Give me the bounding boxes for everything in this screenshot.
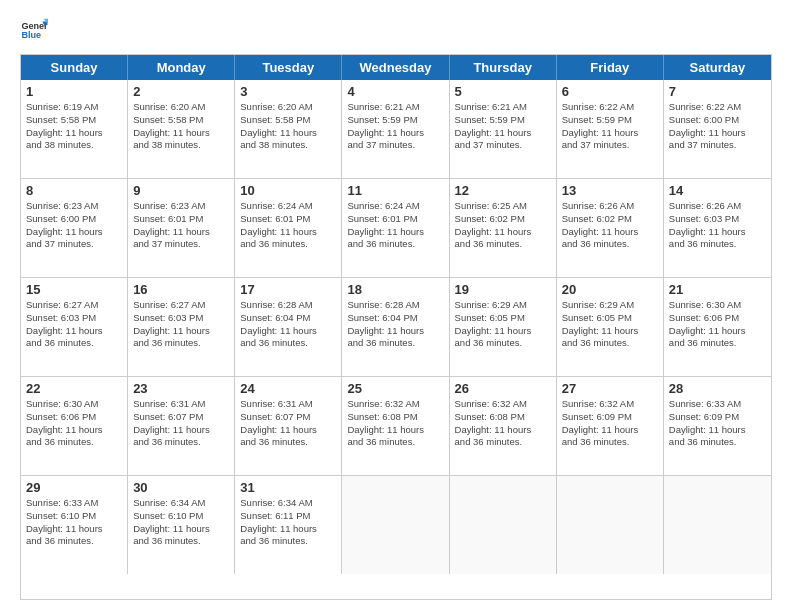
calendar-week-3: 15Sunrise: 6:27 AM Sunset: 6:03 PM Dayli… xyxy=(21,278,771,377)
day-number: 21 xyxy=(669,282,766,297)
day-info: Sunrise: 6:20 AM Sunset: 5:58 PM Dayligh… xyxy=(240,101,336,152)
day-number: 15 xyxy=(26,282,122,297)
day-number: 31 xyxy=(240,480,336,495)
calendar-page: General Blue SundayMondayTuesdayWednesda… xyxy=(0,0,792,612)
day-number: 11 xyxy=(347,183,443,198)
calendar-week-1: 1Sunrise: 6:19 AM Sunset: 5:58 PM Daylig… xyxy=(21,80,771,179)
day-number: 20 xyxy=(562,282,658,297)
day-number: 7 xyxy=(669,84,766,99)
calendar-cell: 8Sunrise: 6:23 AM Sunset: 6:00 PM Daylig… xyxy=(21,179,128,277)
day-info: Sunrise: 6:27 AM Sunset: 6:03 PM Dayligh… xyxy=(133,299,229,350)
svg-text:Blue: Blue xyxy=(21,30,41,40)
calendar-cell xyxy=(664,476,771,574)
calendar-cell: 3Sunrise: 6:20 AM Sunset: 5:58 PM Daylig… xyxy=(235,80,342,178)
day-info: Sunrise: 6:28 AM Sunset: 6:04 PM Dayligh… xyxy=(347,299,443,350)
day-info: Sunrise: 6:32 AM Sunset: 6:08 PM Dayligh… xyxy=(347,398,443,449)
calendar-body: 1Sunrise: 6:19 AM Sunset: 5:58 PM Daylig… xyxy=(21,80,771,574)
calendar-cell: 28Sunrise: 6:33 AM Sunset: 6:09 PM Dayli… xyxy=(664,377,771,475)
header-day-monday: Monday xyxy=(128,55,235,80)
calendar-cell: 2Sunrise: 6:20 AM Sunset: 5:58 PM Daylig… xyxy=(128,80,235,178)
calendar-cell: 23Sunrise: 6:31 AM Sunset: 6:07 PM Dayli… xyxy=(128,377,235,475)
calendar-cell: 18Sunrise: 6:28 AM Sunset: 6:04 PM Dayli… xyxy=(342,278,449,376)
day-number: 8 xyxy=(26,183,122,198)
day-info: Sunrise: 6:34 AM Sunset: 6:11 PM Dayligh… xyxy=(240,497,336,548)
day-number: 30 xyxy=(133,480,229,495)
day-number: 25 xyxy=(347,381,443,396)
calendar-cell: 13Sunrise: 6:26 AM Sunset: 6:02 PM Dayli… xyxy=(557,179,664,277)
day-info: Sunrise: 6:30 AM Sunset: 6:06 PM Dayligh… xyxy=(669,299,766,350)
logo-icon: General Blue xyxy=(20,16,48,44)
calendar-week-2: 8Sunrise: 6:23 AM Sunset: 6:00 PM Daylig… xyxy=(21,179,771,278)
day-info: Sunrise: 6:31 AM Sunset: 6:07 PM Dayligh… xyxy=(133,398,229,449)
calendar-cell: 19Sunrise: 6:29 AM Sunset: 6:05 PM Dayli… xyxy=(450,278,557,376)
header: General Blue xyxy=(20,16,772,44)
day-number: 12 xyxy=(455,183,551,198)
day-info: Sunrise: 6:20 AM Sunset: 5:58 PM Dayligh… xyxy=(133,101,229,152)
calendar-cell: 26Sunrise: 6:32 AM Sunset: 6:08 PM Dayli… xyxy=(450,377,557,475)
day-number: 24 xyxy=(240,381,336,396)
day-info: Sunrise: 6:24 AM Sunset: 6:01 PM Dayligh… xyxy=(240,200,336,251)
day-info: Sunrise: 6:26 AM Sunset: 6:03 PM Dayligh… xyxy=(669,200,766,251)
calendar-cell: 9Sunrise: 6:23 AM Sunset: 6:01 PM Daylig… xyxy=(128,179,235,277)
day-number: 27 xyxy=(562,381,658,396)
header-day-wednesday: Wednesday xyxy=(342,55,449,80)
day-number: 10 xyxy=(240,183,336,198)
logo: General Blue xyxy=(20,16,48,44)
calendar-cell: 20Sunrise: 6:29 AM Sunset: 6:05 PM Dayli… xyxy=(557,278,664,376)
calendar-cell: 4Sunrise: 6:21 AM Sunset: 5:59 PM Daylig… xyxy=(342,80,449,178)
day-info: Sunrise: 6:30 AM Sunset: 6:06 PM Dayligh… xyxy=(26,398,122,449)
calendar-cell: 17Sunrise: 6:28 AM Sunset: 6:04 PM Dayli… xyxy=(235,278,342,376)
calendar-cell: 22Sunrise: 6:30 AM Sunset: 6:06 PM Dayli… xyxy=(21,377,128,475)
day-info: Sunrise: 6:22 AM Sunset: 5:59 PM Dayligh… xyxy=(562,101,658,152)
calendar: SundayMondayTuesdayWednesdayThursdayFrid… xyxy=(20,54,772,600)
day-number: 3 xyxy=(240,84,336,99)
day-number: 18 xyxy=(347,282,443,297)
day-info: Sunrise: 6:33 AM Sunset: 6:10 PM Dayligh… xyxy=(26,497,122,548)
day-number: 2 xyxy=(133,84,229,99)
calendar-header: SundayMondayTuesdayWednesdayThursdayFrid… xyxy=(21,55,771,80)
day-info: Sunrise: 6:22 AM Sunset: 6:00 PM Dayligh… xyxy=(669,101,766,152)
day-number: 19 xyxy=(455,282,551,297)
day-number: 17 xyxy=(240,282,336,297)
day-info: Sunrise: 6:33 AM Sunset: 6:09 PM Dayligh… xyxy=(669,398,766,449)
calendar-cell: 11Sunrise: 6:24 AM Sunset: 6:01 PM Dayli… xyxy=(342,179,449,277)
day-number: 16 xyxy=(133,282,229,297)
day-number: 5 xyxy=(455,84,551,99)
day-number: 6 xyxy=(562,84,658,99)
calendar-cell: 14Sunrise: 6:26 AM Sunset: 6:03 PM Dayli… xyxy=(664,179,771,277)
day-info: Sunrise: 6:25 AM Sunset: 6:02 PM Dayligh… xyxy=(455,200,551,251)
day-number: 4 xyxy=(347,84,443,99)
day-info: Sunrise: 6:31 AM Sunset: 6:07 PM Dayligh… xyxy=(240,398,336,449)
calendar-cell: 29Sunrise: 6:33 AM Sunset: 6:10 PM Dayli… xyxy=(21,476,128,574)
calendar-cell: 10Sunrise: 6:24 AM Sunset: 6:01 PM Dayli… xyxy=(235,179,342,277)
calendar-week-4: 22Sunrise: 6:30 AM Sunset: 6:06 PM Dayli… xyxy=(21,377,771,476)
day-number: 9 xyxy=(133,183,229,198)
calendar-cell xyxy=(342,476,449,574)
day-number: 26 xyxy=(455,381,551,396)
calendar-cell: 30Sunrise: 6:34 AM Sunset: 6:10 PM Dayli… xyxy=(128,476,235,574)
day-info: Sunrise: 6:19 AM Sunset: 5:58 PM Dayligh… xyxy=(26,101,122,152)
day-info: Sunrise: 6:29 AM Sunset: 6:05 PM Dayligh… xyxy=(562,299,658,350)
header-day-tuesday: Tuesday xyxy=(235,55,342,80)
day-info: Sunrise: 6:21 AM Sunset: 5:59 PM Dayligh… xyxy=(347,101,443,152)
day-info: Sunrise: 6:24 AM Sunset: 6:01 PM Dayligh… xyxy=(347,200,443,251)
calendar-cell: 1Sunrise: 6:19 AM Sunset: 5:58 PM Daylig… xyxy=(21,80,128,178)
day-number: 29 xyxy=(26,480,122,495)
calendar-cell: 16Sunrise: 6:27 AM Sunset: 6:03 PM Dayli… xyxy=(128,278,235,376)
calendar-cell: 21Sunrise: 6:30 AM Sunset: 6:06 PM Dayli… xyxy=(664,278,771,376)
calendar-cell: 7Sunrise: 6:22 AM Sunset: 6:00 PM Daylig… xyxy=(664,80,771,178)
day-info: Sunrise: 6:32 AM Sunset: 6:08 PM Dayligh… xyxy=(455,398,551,449)
calendar-cell: 25Sunrise: 6:32 AM Sunset: 6:08 PM Dayli… xyxy=(342,377,449,475)
calendar-week-5: 29Sunrise: 6:33 AM Sunset: 6:10 PM Dayli… xyxy=(21,476,771,574)
calendar-cell: 5Sunrise: 6:21 AM Sunset: 5:59 PM Daylig… xyxy=(450,80,557,178)
day-info: Sunrise: 6:21 AM Sunset: 5:59 PM Dayligh… xyxy=(455,101,551,152)
calendar-cell: 31Sunrise: 6:34 AM Sunset: 6:11 PM Dayli… xyxy=(235,476,342,574)
day-info: Sunrise: 6:23 AM Sunset: 6:00 PM Dayligh… xyxy=(26,200,122,251)
calendar-cell: 15Sunrise: 6:27 AM Sunset: 6:03 PM Dayli… xyxy=(21,278,128,376)
day-number: 1 xyxy=(26,84,122,99)
day-info: Sunrise: 6:34 AM Sunset: 6:10 PM Dayligh… xyxy=(133,497,229,548)
calendar-cell: 27Sunrise: 6:32 AM Sunset: 6:09 PM Dayli… xyxy=(557,377,664,475)
day-info: Sunrise: 6:26 AM Sunset: 6:02 PM Dayligh… xyxy=(562,200,658,251)
calendar-cell: 24Sunrise: 6:31 AM Sunset: 6:07 PM Dayli… xyxy=(235,377,342,475)
calendar-cell: 6Sunrise: 6:22 AM Sunset: 5:59 PM Daylig… xyxy=(557,80,664,178)
